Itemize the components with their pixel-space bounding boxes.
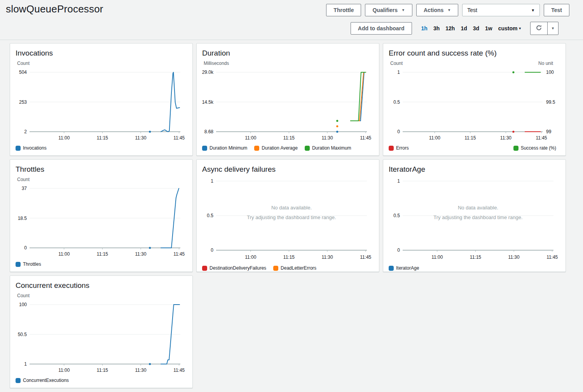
svg-text:11:15: 11:15 — [470, 254, 481, 260]
legend-item: Throttles — [16, 261, 41, 267]
legend-color-marker — [389, 146, 394, 151]
throttle-button[interactable]: Throttle — [326, 4, 361, 16]
page-header: slowQueueProcessor Throttle Qualifiers ▼… — [0, 0, 583, 19]
svg-text:14.5k: 14.5k — [202, 99, 214, 105]
right-y-axis-unit-label: No unit — [538, 61, 553, 67]
legend-label: Duration Maximum — [312, 145, 351, 151]
svg-text:Try adjusting the dashboard ti: Try adjusting the dashboard time range. — [433, 214, 522, 220]
svg-text:0: 0 — [397, 129, 400, 134]
refresh-options-button[interactable]: ▼ — [547, 22, 558, 35]
time-range-1h[interactable]: 1h — [421, 25, 428, 31]
svg-text:8.68: 8.68 — [204, 129, 214, 134]
test-event-select-value: Test — [467, 7, 477, 13]
legend-item: Duration Minimum — [202, 145, 247, 151]
svg-text:253: 253 — [19, 99, 27, 105]
svg-text:11:30: 11:30 — [500, 135, 511, 141]
svg-text:Try adjusting the dashboard ti: Try adjusting the dashboard time range. — [247, 214, 336, 220]
legend-label: DestinationDeliveryFailures — [209, 265, 266, 271]
time-range-selector: 1h3h12h1d3d1wcustom▾ — [421, 25, 521, 31]
svg-text:18.5: 18.5 — [18, 216, 27, 221]
time-range-3h[interactable]: 3h — [433, 25, 440, 31]
chart-plot-area: 10.5011:0011:1511:3011:45No data availab… — [201, 177, 375, 264]
time-range-custom[interactable]: custom▾ — [498, 25, 521, 31]
legend-item: Duration Maximum — [305, 145, 351, 151]
svg-text:No data available.: No data available. — [271, 205, 312, 211]
chart-panel-concurrent-executions: Concurrent executions Count 10050.5111:0… — [10, 275, 193, 388]
legend-label: Duration Average — [262, 145, 298, 151]
svg-text:11:15: 11:15 — [464, 135, 476, 141]
chart-plot-area: 504253211:0011:1511:3011:45 — [15, 68, 189, 144]
svg-text:1: 1 — [24, 361, 27, 367]
chart-legend: Invocations — [16, 145, 189, 151]
svg-text:100: 100 — [19, 302, 27, 307]
time-range-1w[interactable]: 1w — [485, 25, 492, 31]
svg-text:37: 37 — [22, 186, 27, 191]
svg-text:11:15: 11:15 — [283, 135, 295, 141]
add-to-dashboard-label: Add to dashboard — [358, 25, 405, 31]
svg-text:11:45: 11:45 — [536, 135, 547, 141]
svg-text:11:00: 11:00 — [58, 251, 70, 257]
svg-text:11:45: 11:45 — [546, 254, 558, 260]
svg-text:No data available.: No data available. — [458, 205, 498, 211]
svg-text:0.5: 0.5 — [393, 213, 400, 218]
page-title: slowQueueProcessor — [6, 3, 103, 15]
caret-down-icon: ▼ — [531, 8, 535, 12]
svg-text:11:30: 11:30 — [135, 251, 146, 257]
legend-color-marker — [389, 266, 394, 271]
svg-text:0: 0 — [24, 245, 27, 251]
chart-legend: ConcurrentExecutions — [16, 378, 189, 383]
throttle-button-label: Throttle — [333, 7, 354, 13]
svg-text:0.5: 0.5 — [207, 213, 213, 218]
test-event-select[interactable]: Test ▼ — [462, 4, 540, 16]
svg-text:11:30: 11:30 — [321, 135, 333, 141]
svg-text:1: 1 — [211, 178, 213, 184]
chart-title: Concurrent executions — [16, 281, 189, 290]
legend-label: Success rate (%) — [521, 145, 556, 151]
y-axis-unit-label: Count — [17, 61, 30, 67]
y-axis-unit-label: Count — [17, 293, 30, 299]
legend-label: IteratorAge — [396, 265, 419, 271]
chart-title: Duration — [202, 49, 375, 57]
chart-legend: ErrorsSuccess rate (%) — [389, 145, 562, 151]
legend-item: DeadLetterErrors — [273, 265, 316, 271]
svg-text:11:45: 11:45 — [173, 368, 185, 373]
qualifiers-button-label: Qualifiers — [372, 7, 398, 13]
chart-panel-duration: Duration Milliseconds 29.0k14.5k8.6811:0… — [196, 43, 379, 156]
legend-label: Duration Minimum — [209, 145, 247, 151]
chart-panel-error-success-rate: Error count and success rate (%) Count N… — [383, 43, 566, 156]
qualifiers-dropdown-button[interactable]: Qualifiers ▼ — [365, 4, 412, 16]
y-axis-unit-label: Count — [17, 177, 30, 183]
chart-plot-area: 10050.5111:0011:1511:3011:45 — [15, 300, 189, 376]
test-button[interactable]: Test — [544, 4, 569, 16]
legend-color-marker — [254, 146, 259, 151]
chart-panel-invocations: Invocations Count 504253211:0011:1511:30… — [10, 43, 193, 156]
caret-down-icon: ▼ — [551, 26, 555, 30]
svg-text:11:45: 11:45 — [360, 254, 371, 260]
legend-item: ConcurrentExecutions — [16, 378, 69, 383]
caret-down-icon: ▾ — [519, 26, 521, 30]
legend-color-marker — [202, 146, 207, 151]
legend-item: Duration Average — [254, 145, 298, 151]
add-to-dashboard-button[interactable]: Add to dashboard — [351, 22, 412, 35]
svg-text:99.5: 99.5 — [546, 99, 555, 105]
chart-legend: IteratorAge — [389, 265, 562, 271]
svg-text:11:15: 11:15 — [97, 368, 108, 373]
svg-text:29.0k: 29.0k — [202, 70, 214, 75]
time-range-1d[interactable]: 1d — [461, 25, 467, 31]
legend-color-marker — [513, 146, 518, 151]
svg-text:100: 100 — [546, 70, 554, 75]
refresh-button[interactable] — [531, 22, 547, 35]
legend-label: DeadLetterErrors — [281, 265, 316, 271]
time-range-3d[interactable]: 3d — [473, 25, 479, 31]
svg-text:11:45: 11:45 — [173, 251, 185, 257]
actions-button-label: Actions — [424, 7, 443, 13]
svg-text:2: 2 — [24, 129, 27, 134]
actions-dropdown-button[interactable]: Actions ▼ — [416, 4, 458, 16]
chart-panel-async-delivery-failures: Async delivery failures 10.5011:0011:151… — [196, 159, 379, 272]
time-range-12h[interactable]: 12h — [445, 25, 455, 31]
header-actions: Throttle Qualifiers ▼ Actions ▼ Test ▼ T… — [326, 4, 569, 16]
chart-plot-area: 10.5011:0011:1511:3011:45No data availab… — [388, 177, 562, 264]
svg-text:504: 504 — [19, 70, 27, 75]
svg-text:11:45: 11:45 — [360, 135, 371, 141]
svg-text:1: 1 — [397, 70, 400, 75]
